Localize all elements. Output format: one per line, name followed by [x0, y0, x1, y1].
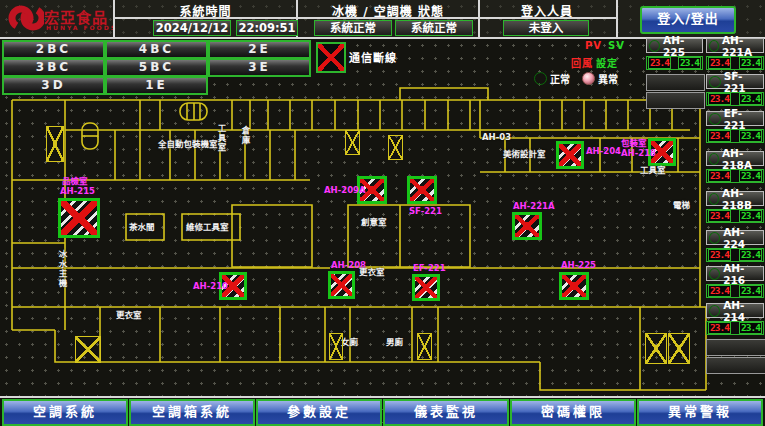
nav-button-2[interactable]: 參數設定 [256, 399, 382, 426]
comm-lost-marker-品檢室[interactable] [58, 198, 100, 238]
room-label: 電梯 [673, 201, 690, 210]
room-label: 更衣室 [116, 311, 142, 320]
unit-temps-ah-224: 23.423.4 [706, 248, 764, 262]
nav-button-0[interactable]: 空調系統 [2, 399, 128, 426]
stair-icon [46, 126, 64, 162]
room-label: 美術設計室 [503, 150, 546, 159]
stair-icon [668, 333, 690, 364]
equipment-tag-label: 品檢室 [62, 177, 88, 186]
room-label: 茶水間 [129, 223, 155, 232]
empty-unit-slot [646, 92, 705, 109]
unit-status-led-icon [709, 113, 721, 125]
unit-status-led-icon [709, 305, 720, 317]
pv-value: 23.4 [708, 249, 731, 261]
unit-name: EF-221 [724, 107, 763, 131]
sv-value: 23.4 [739, 130, 762, 142]
unit-row-ah-224[interactable]: AH-224 [706, 230, 764, 245]
nav-button-5[interactable]: 異常警報 [637, 399, 763, 426]
stair-icon [417, 333, 432, 360]
unit-name: AH-224 [723, 226, 763, 250]
stair-icon [388, 135, 403, 160]
equipment-tag-label: AH-210 [193, 282, 228, 291]
comm-lost-marker-AH-221A[interactable] [512, 212, 542, 240]
unit-temps-ah-214: 23.423.4 [706, 321, 764, 335]
sv-value: 23.4 [678, 57, 701, 69]
equipment-tag-label: 包裝室 [621, 139, 647, 148]
unit-status-led-icon [709, 193, 719, 205]
unit-name: AH-221A [722, 34, 763, 58]
nav-button-1[interactable]: 空調箱系統 [129, 399, 255, 426]
empty-unit-slot [646, 74, 705, 91]
unit-temps-ef-221: 23.423.4 [706, 129, 764, 143]
unit-row-ah-218a[interactable]: AH-218A [706, 151, 764, 166]
pv-value: 23.4 [708, 210, 731, 222]
equipment-tag-label: AH-218 [621, 149, 656, 158]
room-label: 倉庫 [240, 126, 249, 145]
empty-unit-slot [706, 339, 765, 356]
room-label: 維修工具室 [186, 223, 229, 232]
unit-temps-ah-225: 23.423.4 [646, 56, 703, 70]
sv-value: 23.4 [739, 285, 762, 297]
stair-icon [345, 130, 360, 155]
equipment-tag-label: AH-209A [324, 186, 366, 195]
pv-value: 23.4 [708, 93, 731, 105]
unit-status-led-icon [709, 153, 719, 165]
comm-lost-marker-AH-225[interactable] [559, 272, 589, 300]
sv-value: 23.4 [739, 210, 762, 222]
unit-row-sf-221[interactable]: SF-221 [706, 74, 764, 89]
stair-icon [645, 333, 667, 364]
equipment-tag-label: AH-225 [561, 261, 596, 270]
unit-row-ah-216[interactable]: AH-216 [706, 266, 764, 281]
room-label: 女廁 [341, 338, 358, 347]
unit-row-ah-221a[interactable]: AH-221A [706, 38, 764, 53]
comm-lost-marker-EF-221[interactable] [412, 274, 440, 301]
nav-button-3[interactable]: 儀表監視 [383, 399, 509, 426]
unit-status-led-icon [709, 40, 719, 52]
pv-value: 23.4 [708, 130, 731, 142]
unit-name: AH-225 [663, 34, 702, 58]
empty-unit-slot [706, 357, 765, 374]
scada-hvac-screen: 宏亞食品 HUNYA FOODS 系統時間 2024/12/12 22:09:5… [0, 0, 765, 426]
room-label: 全自動包裝機室 [158, 140, 218, 149]
comm-lost-marker-AH-208[interactable] [328, 271, 355, 299]
unit-status-led-icon [709, 76, 721, 88]
unit-name: AH-214 [723, 299, 763, 323]
equipment-tag-label: SF-221 [409, 207, 442, 216]
unit-temps-ah-221a: 23.423.4 [706, 56, 764, 70]
unit-row-ef-221[interactable]: EF-221 [706, 111, 764, 126]
sv-value: 23.4 [739, 322, 762, 334]
room-label: AH-03 [482, 133, 511, 142]
room-label: 冰水主機 [57, 250, 66, 288]
room-label: 工具室 [640, 166, 666, 175]
unit-temps-ah-218b: 23.423.4 [706, 209, 764, 223]
pv-value: 23.4 [708, 170, 731, 182]
sv-value: 23.4 [739, 249, 762, 261]
nav-button-4[interactable]: 密碼權限 [510, 399, 636, 426]
equipment-tag-label: AH-215 [60, 187, 95, 196]
room-label: 創意室 [361, 218, 387, 227]
pv-value: 23.4 [708, 322, 731, 334]
stair-icon [329, 333, 343, 360]
room-label: 更衣室 [359, 268, 385, 277]
unit-status-led-icon [709, 232, 720, 244]
room-label: 男廁 [386, 338, 403, 347]
unit-status-led-icon [709, 268, 720, 280]
unit-row-ah-225[interactable]: AH-225 [646, 38, 703, 53]
sv-value: 23.4 [739, 93, 762, 105]
unit-name: SF-221 [724, 70, 763, 94]
unit-row-ah-218b[interactable]: AH-218B [706, 191, 764, 206]
equipment-tag-label: EF-221 [413, 264, 446, 273]
unit-row-ah-214[interactable]: AH-214 [706, 303, 764, 318]
pv-value: 23.4 [708, 57, 731, 69]
pv-value: 23.4 [648, 57, 671, 69]
unit-temps-ah-218a: 23.423.4 [706, 169, 764, 183]
nav-top-line [0, 396, 765, 398]
unit-temps-ah-216: 23.423.4 [706, 284, 764, 298]
comm-lost-marker-AH-204[interactable] [556, 141, 584, 169]
unit-name: AH-218A [722, 147, 763, 171]
unit-status-led-icon [649, 40, 660, 52]
pv-value: 23.4 [708, 285, 731, 297]
comm-lost-marker-SF-221[interactable] [407, 176, 437, 204]
room-label: 工具室 [216, 124, 225, 153]
unit-name: AH-218B [722, 187, 763, 211]
